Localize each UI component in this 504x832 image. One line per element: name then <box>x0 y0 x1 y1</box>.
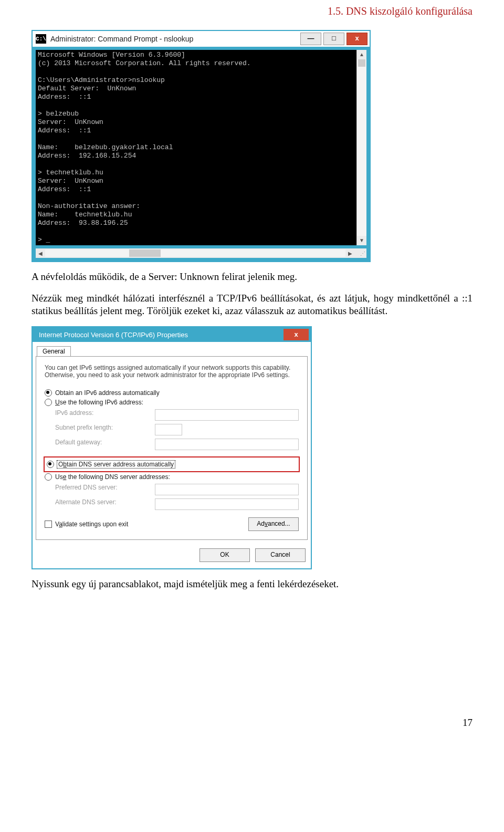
radio-label: Use the following DNS server addresses: <box>55 473 170 481</box>
scroll-left-icon[interactable]: ◀ <box>36 251 45 256</box>
advanced-button[interactable]: Advanced... <box>248 517 299 531</box>
props-close-button[interactable]: x <box>284 329 309 340</box>
tab-general[interactable]: General <box>37 346 71 356</box>
cmd-titlebar: C:\ Administrator: Command Prompt - nslo… <box>33 31 370 47</box>
scroll-up-icon[interactable]: ▲ <box>357 50 366 59</box>
command-prompt-window: C:\ Administrator: Command Prompt - nslo… <box>32 30 371 262</box>
cmd-icon: C:\ <box>36 34 46 44</box>
minimize-button[interactable]: — <box>300 33 321 45</box>
label-preferred-dns: Preferred DNS server: <box>55 484 150 495</box>
checkbox-label: Validate settings upon exit <box>55 521 128 528</box>
paragraph-1: A névfeloldás működik, de a Server: Unkn… <box>32 271 472 284</box>
checkbox-icon <box>45 521 52 528</box>
input-preferred-dns <box>155 484 299 495</box>
page-number: 17 <box>32 717 472 729</box>
radio-icon <box>45 473 52 481</box>
scroll-down-icon[interactable]: ▼ <box>357 236 366 245</box>
maximize-button[interactable]: □ <box>323 33 344 45</box>
resize-grip-icon[interactable]: ⋰ <box>355 251 366 256</box>
props-window-title: Internet Protocol Version 6 (TCP/IPv6) P… <box>33 331 284 339</box>
paragraph-2: Nézzük meg mindkét hálózati interfésznél… <box>32 292 472 318</box>
radio-label: Obtain DNS server address automatically <box>57 461 175 468</box>
cancel-button[interactable]: Cancel <box>255 548 306 562</box>
scroll-thumb[interactable] <box>357 59 366 236</box>
validate-checkbox[interactable]: Validate settings upon exit Validate set… <box>45 521 128 528</box>
label-default-gateway: Default gateway: <box>55 439 150 450</box>
tab-panel: You can get IPv6 settings assigned autom… <box>36 356 308 540</box>
radio-icon <box>45 399 52 406</box>
input-subnet-prefix <box>155 424 182 435</box>
label-alternate-dns: Alternate DNS server: <box>55 498 150 510</box>
highlighted-region: Obtain DNS server address automatically … <box>45 457 299 471</box>
label-subnet-prefix: Subnet prefix length: <box>55 424 150 435</box>
radio-use-dns[interactable]: Use the following DNS server addresses: … <box>45 473 299 481</box>
section-header: 1.5. DNS kiszolgáló konfigurálása <box>32 0 472 30</box>
ipv6-properties-dialog: Internet Protocol Version 6 (TCP/IPv6) P… <box>32 326 312 569</box>
input-alternate-dns <box>155 498 299 510</box>
paragraph-3: Nyissunk egy új parancsablakot, majd ism… <box>32 578 472 591</box>
horizontal-scrollbar[interactable]: ◀ ▶ ⋰ <box>36 248 366 258</box>
label-ipv6-address: IPv6 address: <box>55 409 150 421</box>
help-text: You can get IPv6 settings assigned autom… <box>45 364 299 379</box>
radio-obtain-dns[interactable]: Obtain DNS server address automatically … <box>47 461 297 468</box>
scroll-thumb-h[interactable] <box>45 249 345 257</box>
radio-use-address[interactable]: UUse the following IPv6 address:se the f… <box>45 399 299 406</box>
radio-obtain-address[interactable]: Obtain an IPv6 address automatically <box>45 389 299 397</box>
dialog-footer: OK Cancel <box>33 543 311 568</box>
vertical-scrollbar[interactable]: ▲ ▼ <box>356 50 366 245</box>
close-button[interactable]: x <box>346 33 368 45</box>
input-default-gateway <box>155 439 299 450</box>
cmd-window-title: Administrator: Command Prompt - nslookup <box>49 35 300 43</box>
ok-button[interactable]: OK <box>200 548 250 562</box>
radio-label: UUse the following IPv6 address:se the f… <box>55 399 143 406</box>
tab-strip: General <box>33 342 311 356</box>
props-titlebar: Internet Protocol Version 6 (TCP/IPv6) P… <box>33 327 311 342</box>
cmd-output: Microsoft Windows [Version 6.3.9600] (c)… <box>36 50 356 245</box>
radio-icon <box>47 461 54 468</box>
radio-icon <box>45 389 52 397</box>
input-ipv6-address <box>155 409 299 421</box>
radio-label: Obtain an IPv6 address automatically <box>55 389 160 397</box>
scroll-right-icon[interactable]: ▶ <box>345 251 355 256</box>
